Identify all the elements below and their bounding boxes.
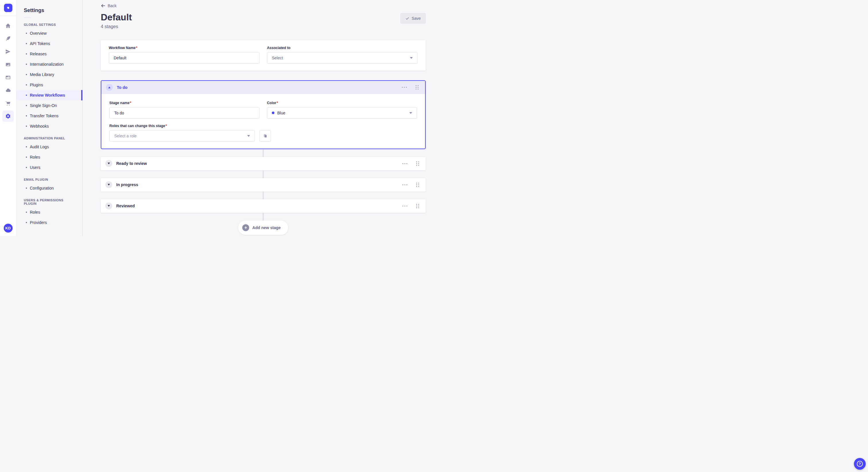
sidebar-item-webhooks[interactable]: Webhooks <box>17 121 82 131</box>
back-link[interactable]: Back <box>101 3 117 8</box>
sidebar-item-overview[interactable]: Overview <box>17 28 82 38</box>
media-images-icon[interactable] <box>2 59 14 70</box>
save-button-label: Save <box>412 16 421 21</box>
content-feather-icon[interactable] <box>2 33 14 44</box>
stage-card-reviewed[interactable]: Reviewed <box>101 199 426 213</box>
bullet-icon <box>26 43 27 44</box>
stage-header-to-do[interactable]: To do <box>101 81 425 94</box>
sidebar-item-label: Users <box>30 165 40 170</box>
strapi-logo-glyph <box>5 5 11 11</box>
bullet-icon <box>26 105 27 106</box>
color-select[interactable]: Blue <box>267 107 417 119</box>
add-new-stage-label: Add new stage <box>252 225 281 230</box>
plus-icon: + <box>242 224 249 231</box>
sidebar-item-up-roles[interactable]: Roles <box>17 207 82 217</box>
expand-stage-button[interactable] <box>105 160 112 167</box>
color-label: Color* <box>267 101 417 105</box>
back-arrow-icon <box>101 3 105 8</box>
sidebar-item-single-sign-on[interactable]: Single Sign-On <box>17 100 82 111</box>
stage-options-menu-icon[interactable] <box>402 204 408 208</box>
drag-handle-icon[interactable] <box>415 182 420 188</box>
duplicate-roles-button[interactable] <box>259 130 271 142</box>
nav-section-label: USERS & PERMISSIONS PLUGIN <box>17 198 82 205</box>
subnav-title: Settings <box>17 7 82 13</box>
check-icon <box>405 16 409 20</box>
chevron-down-icon <box>107 184 110 186</box>
drag-handle-icon[interactable] <box>415 161 420 167</box>
save-button[interactable]: Save <box>400 13 426 24</box>
stage-options-menu-icon[interactable] <box>402 183 408 187</box>
icon-rail: KD <box>0 0 17 236</box>
stage-options-menu-icon[interactable] <box>402 162 408 165</box>
stage-card-ready-to-review[interactable]: Ready to review <box>101 157 426 170</box>
stage-options-menu-icon[interactable] <box>401 86 407 89</box>
bullet-icon <box>26 95 27 96</box>
expand-stage-button[interactable] <box>105 181 112 188</box>
chevron-down-icon <box>247 135 250 137</box>
sidebar-item-releases[interactable]: Releases <box>17 49 82 59</box>
add-new-stage-button[interactable]: + Add new stage <box>238 221 288 235</box>
stage-connector-line <box>262 170 264 178</box>
stage-card-to-do: To do Stage name* Color* Blue <box>101 80 426 149</box>
settings-gear-icon[interactable] <box>2 110 14 122</box>
sidebar-item-admin-roles[interactable]: Roles <box>17 152 82 162</box>
page-title: Default <box>101 12 132 22</box>
sidebar-item-label: Providers <box>30 220 47 225</box>
sidebar-item-email-configuration[interactable]: Configuration <box>17 183 82 193</box>
sidebar-item-up-providers[interactable]: Providers <box>17 217 82 228</box>
drag-handle-icon[interactable] <box>415 203 420 209</box>
sidebar-item-label: Single Sign-On <box>30 103 57 108</box>
color-swatch-blue <box>272 111 274 114</box>
stage-connector-line <box>262 149 264 157</box>
roles-select[interactable]: Select a role <box>110 130 255 142</box>
nav-section-global-settings: GLOBAL SETTINGS Overview API Tokens Rele… <box>17 23 82 131</box>
bullet-icon <box>26 64 27 65</box>
stage-title: To do <box>117 85 127 90</box>
page-subtitle: 4 stages <box>101 24 132 29</box>
sidebar-item-transfer-tokens[interactable]: Transfer Tokens <box>17 111 82 121</box>
bullet-icon <box>26 126 27 127</box>
chevron-up-icon <box>108 87 111 88</box>
cloud-icon[interactable] <box>2 85 14 96</box>
sidebar-item-label: Configuration <box>30 186 54 191</box>
avatar[interactable]: KD <box>4 224 12 233</box>
copy-icon <box>263 134 268 138</box>
sidebar-item-api-tokens[interactable]: API Tokens <box>17 38 82 49</box>
sidebar-item-label: API Tokens <box>30 41 50 46</box>
roles-label: Roles that can change this stage* <box>110 124 417 128</box>
expand-stage-button[interactable] <box>105 202 112 209</box>
chevron-down-icon <box>409 112 412 114</box>
collapse-stage-button[interactable] <box>106 84 113 91</box>
strapi-logo[interactable] <box>4 4 12 12</box>
sidebar-item-label: Roles <box>30 155 40 160</box>
sidebar-item-audit-logs[interactable]: Audit Logs <box>17 142 82 152</box>
stage-card-in-progress[interactable]: In progress <box>101 178 426 192</box>
associated-to-select[interactable]: Select <box>267 52 417 64</box>
sidebar-item-label: Audit Logs <box>30 144 49 149</box>
nav-section-label: GLOBAL SETTINGS <box>17 23 82 26</box>
bullet-icon <box>26 115 27 116</box>
sidebar-item-review-workflows[interactable]: Review Workflows <box>17 90 82 100</box>
sidebar-item-admin-users[interactable]: Users <box>17 162 82 173</box>
sidebar-item-internationalization[interactable]: Internationalization <box>17 59 82 69</box>
home-icon[interactable] <box>2 20 14 32</box>
layout-icon[interactable] <box>2 72 14 83</box>
sidebar-item-plugins[interactable]: Plugins <box>17 80 82 90</box>
sidebar-item-label: Internationalization <box>30 62 64 67</box>
nav-section-administration-panel: ADMINISTRATION PANEL Audit Logs Roles Us… <box>17 136 82 173</box>
workflow-name-input[interactable] <box>109 52 259 64</box>
back-label: Back <box>107 3 117 8</box>
paper-plane-icon[interactable] <box>2 46 14 57</box>
rail-divider <box>0 16 17 16</box>
sidebar-item-label: Plugins <box>30 82 43 87</box>
workflow-name-field-group: Workflow Name* <box>109 46 259 64</box>
drag-handle-icon[interactable] <box>415 84 420 90</box>
stage-title: In progress <box>116 182 138 187</box>
sidebar-item-media-library[interactable]: Media Library <box>17 69 82 80</box>
bullet-icon <box>26 188 27 189</box>
bullet-icon <box>26 222 27 223</box>
nav-section-label: ADMINISTRATION PANEL <box>17 136 82 140</box>
bullet-icon <box>26 53 27 55</box>
marketplace-cart-icon[interactable] <box>2 98 14 109</box>
stage-name-input[interactable] <box>110 107 259 119</box>
